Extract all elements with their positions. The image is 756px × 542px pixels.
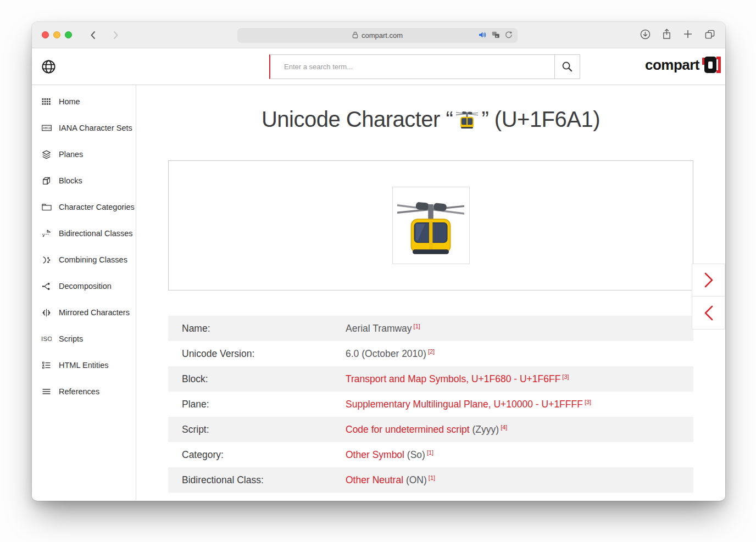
bidi-arrow-icon [41, 229, 52, 238]
tab-overview-button[interactable] [704, 29, 715, 42]
search-input[interactable] [269, 54, 555, 79]
sidebar-item-iana-character-sets[interactable]: ABCD IANA Character Sets [32, 115, 136, 141]
site-header: compart [32, 48, 725, 85]
sidebar-item-home[interactable]: Home [32, 88, 136, 115]
previous-chevron-icon [701, 304, 716, 322]
next-character-button[interactable] [692, 264, 725, 297]
footnote-link[interactable]: [2] [428, 348, 435, 355]
entity-list-icon [41, 361, 52, 370]
row-value-link[interactable]: Transport and Map Symbols, U+1F680 - U+1… [346, 373, 560, 385]
lock-icon [352, 31, 358, 40]
sidebar-item-label: Planes [59, 150, 83, 159]
grid-icon [41, 97, 52, 107]
svg-text:ISO: ISO [41, 336, 52, 342]
url-text: compart.com [362, 31, 403, 40]
mirrored-icon [41, 308, 52, 317]
address-bar[interactable]: compart.com a [237, 28, 518, 43]
row-label: Combining Class: [182, 500, 346, 501]
row-label: Block: [182, 373, 346, 385]
compart-logo-text: compart [645, 57, 699, 74]
footnote-link[interactable]: [3] [562, 373, 569, 380]
row-label: Unicode Version: [182, 348, 346, 360]
footnote-link[interactable]: [1] [425, 500, 431, 501]
compart-logo[interactable]: compart [645, 56, 721, 74]
footnote-link[interactable]: [1] [427, 449, 433, 456]
previous-character-button[interactable] [692, 297, 725, 329]
magnifier-icon [562, 61, 573, 72]
sidebar-item-label: References [59, 387, 99, 396]
sidebar-item-scripts[interactable]: ISO Scripts [32, 326, 136, 352]
search-button[interactable] [555, 54, 580, 79]
close-window-button[interactable] [42, 31, 49, 38]
sidebar-item-decomposition[interactable]: Decomposition [32, 273, 136, 299]
sidebar-item-html-entities[interactable]: HTML Entities [32, 352, 136, 378]
forward-button[interactable] [110, 30, 120, 40]
row-value-link[interactable]: Code for undetermined script [346, 424, 470, 435]
sidebar-item-mirrored-characters[interactable]: Mirrored Characters [32, 299, 136, 326]
table-row-bidirectional-class: Bidirectional Class: Other Neutral (ON)[… [168, 467, 693, 493]
row-value-suffix: (Zyyy) [470, 424, 499, 435]
sidebar-item-label: Decomposition [59, 282, 112, 290]
footnote-link[interactable]: [1] [414, 323, 420, 329]
footnote-link[interactable]: [4] [501, 424, 507, 431]
sidebar-item-label: Combining Classes [59, 255, 127, 264]
table-row-name: Name: Aerial Tramway[1] [168, 316, 693, 341]
compart-logo-mark [702, 56, 721, 74]
sidebar-item-label: Home [59, 97, 80, 106]
sidebar-item-bidirectional-classes[interactable]: Bidirectional Classes [32, 220, 136, 247]
character-image [392, 187, 470, 264]
cube-icon [41, 176, 52, 186]
sidebar-item-label: Bidirectional Classes [59, 229, 133, 238]
new-tab-button[interactable] [683, 29, 693, 41]
row-label: Name: [182, 323, 346, 334]
sidebar-item-label: IANA Character Sets [59, 124, 132, 132]
main-content: Unicode Character “” (U+1F6A1) [136, 85, 725, 500]
row-value-link[interactable]: Other Neutral [346, 474, 403, 486]
footnote-link[interactable]: [1] [429, 474, 435, 481]
layers-icon [41, 150, 52, 159]
sidebar-item-references[interactable]: References [32, 378, 136, 405]
language-globe-icon[interactable] [41, 57, 58, 76]
translate-icon[interactable]: a [492, 31, 500, 41]
sidebar-item-character-categories[interactable]: Character Categories [32, 194, 136, 220]
table-row-unicode-version: Unicode Version: 6.0 (October 2010)[2] [168, 341, 693, 366]
back-button[interactable] [88, 30, 98, 40]
abcd-box-icon: ABCD [41, 124, 52, 132]
table-row-script: Script: Code for undetermined script (Zy… [168, 417, 693, 442]
table-row-block: Block: Transport and Map Symbols, U+1F68… [168, 366, 693, 392]
row-value: Aerial Tramway [346, 323, 412, 334]
sidebar-item-blocks[interactable]: Blocks [32, 167, 136, 194]
table-row-combining-class: Combining Class: Not Reordered (0)[1] [168, 493, 693, 501]
iso-icon: ISO [41, 334, 52, 343]
sidebar-item-combining-classes[interactable]: Combining Classes [32, 247, 136, 273]
combining-icon [41, 255, 52, 265]
svg-text:ABCD: ABCD [43, 126, 52, 130]
character-pager [692, 264, 725, 329]
page-title-suffix: ” (U+1F6A1) [481, 107, 600, 131]
downloads-button[interactable] [640, 29, 651, 42]
zoom-window-button[interactable] [65, 31, 72, 38]
traffic-lights [42, 31, 72, 38]
row-value-link[interactable]: Supplementary Multilingual Plane, U+1000… [346, 399, 583, 410]
row-value-suffix: (0) [409, 500, 423, 501]
table-row-category: Category: Other Symbol (So)[1] [168, 442, 693, 467]
sidebar-item-label: Mirrored Characters [59, 308, 130, 317]
minimize-window-button[interactable] [53, 31, 60, 38]
screenshot-stage: compart.com a [0, 0, 756, 542]
sidebar-item-planes[interactable]: Planes [32, 141, 136, 167]
search-form [269, 54, 580, 79]
next-chevron-icon [701, 271, 716, 289]
reload-icon[interactable] [505, 31, 513, 41]
row-value-link[interactable]: Other Symbol [346, 449, 404, 461]
browser-toolbar: compart.com a [32, 22, 725, 48]
table-row-plane: Plane: Supplementary Multilingual Plane,… [168, 392, 693, 417]
row-label: Bidirectional Class: [182, 474, 346, 486]
footnote-link[interactable]: [3] [585, 399, 591, 405]
row-value-link[interactable]: Not Reordered [346, 500, 409, 501]
browser-window: compart.com a [32, 22, 725, 501]
audio-mute-icon[interactable] [479, 31, 487, 41]
sidebar-item-label: HTML Entities [59, 361, 109, 370]
sidebar-item-label: Blocks [59, 176, 82, 185]
share-button[interactable] [662, 29, 671, 42]
row-value-suffix: (ON) [403, 474, 427, 486]
